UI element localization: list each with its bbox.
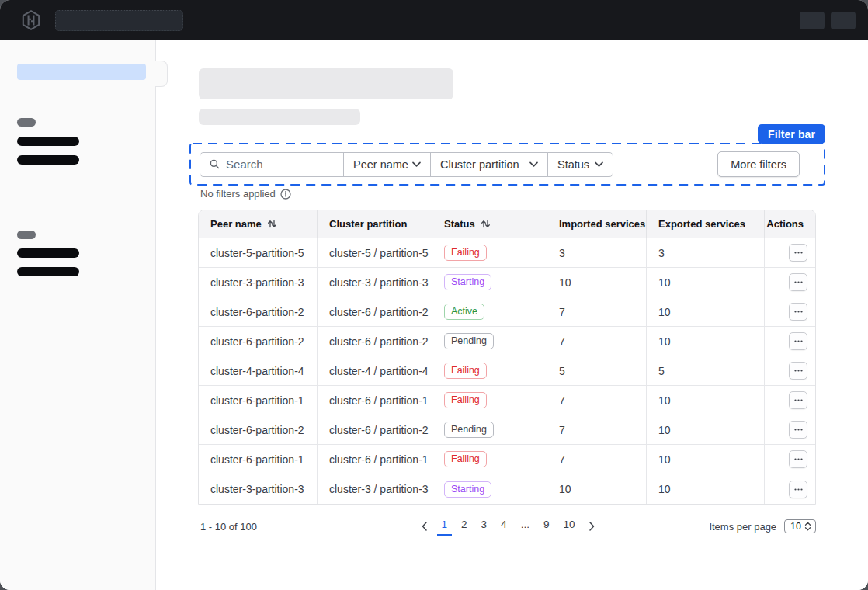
items-per-page: Items per page 10 [599, 519, 816, 533]
filters-applied-status: No filters applied [200, 188, 868, 200]
column-header-status[interactable]: Status [432, 210, 547, 238]
row-actions-button[interactable] [789, 481, 807, 498]
ellipsis-icon [794, 458, 803, 460]
row-actions-button[interactable] [789, 332, 807, 350]
cell-cluster-partition: cluster-5 / partition-5 [317, 238, 432, 267]
filter-bar: Peer name Cluster partition [189, 143, 825, 186]
table-row: cluster-6-partition-2 cluster-6 / partit… [199, 297, 815, 327]
search-box[interactable] [200, 152, 344, 177]
page-number[interactable]: 1 [437, 517, 453, 536]
cell-status: Starting [432, 268, 547, 297]
page-number[interactable]: 3 [477, 517, 492, 536]
row-actions-button[interactable] [789, 450, 807, 468]
ellipsis-icon [794, 370, 803, 372]
status-badge: Failing [444, 451, 487, 467]
cell-status: Pending [432, 415, 547, 444]
column-header-cluster-partition: Cluster partition [317, 210, 432, 238]
column-label: Actions [766, 218, 804, 230]
page-number[interactable]: 2 [457, 517, 472, 536]
cell-exported-services: 10 [646, 327, 764, 356]
cell-imported-services: 7 [547, 327, 646, 356]
app-window: Filter bar Peer nam [0, 0, 868, 590]
cell-actions [764, 415, 815, 444]
column-header-imported-services: Imported services [547, 210, 646, 238]
row-actions-button[interactable] [789, 421, 807, 439]
cell-peer-name: cluster-6-partition-2 [199, 297, 317, 326]
cluster-partition-dropdown[interactable]: Cluster partition [430, 152, 548, 177]
cell-status: Failing [432, 356, 547, 385]
status-badge: Failing [444, 245, 487, 261]
row-actions-button[interactable] [789, 244, 807, 262]
cell-cluster-partition: cluster-3 / partition-3 [317, 268, 432, 297]
cell-exported-services: 5 [646, 356, 764, 385]
page-number[interactable]: 10 [558, 517, 579, 536]
pagination-pages: 1234...910 [417, 517, 600, 536]
nav-action-skeleton [831, 12, 856, 30]
page-number[interactable]: 4 [496, 517, 512, 536]
status-badge: Failing [444, 392, 487, 408]
cell-cluster-partition: cluster-3 / partition-3 [317, 474, 432, 504]
row-actions-button[interactable] [789, 273, 807, 291]
chevron-down-icon [412, 161, 421, 167]
cell-peer-name: cluster-6-partition-2 [199, 327, 317, 356]
cell-status: Pending [432, 327, 547, 356]
previous-page-button[interactable] [417, 520, 432, 533]
cell-actions [764, 238, 815, 267]
table-row: cluster-3-partition-3 cluster-3 / partit… [199, 268, 815, 297]
cell-actions [764, 297, 815, 326]
cell-imported-services: 7 [547, 415, 646, 444]
filter-bar-annotation-label: Filter bar [758, 124, 825, 144]
hashicorp-logo-icon[interactable] [20, 9, 42, 31]
cell-actions [764, 445, 815, 474]
next-page-button[interactable] [584, 520, 599, 533]
chevron-down-icon [595, 161, 603, 167]
filter-bar-annotation-zone: Filter bar Peer nam [189, 143, 825, 186]
cell-exported-services: 3 [646, 238, 764, 267]
row-actions-button[interactable] [789, 391, 807, 409]
chevron-down-icon [529, 161, 538, 167]
items-per-page-select[interactable]: 10 [784, 519, 816, 533]
filters-applied-text: No filters applied [200, 188, 276, 200]
sort-icon [481, 219, 491, 229]
sidebar-active-item-skeleton [17, 64, 146, 80]
items-per-page-label: Items per page [709, 521, 776, 533]
more-filters-button[interactable]: More filters [717, 151, 800, 177]
status-dropdown[interactable]: Status [547, 152, 613, 177]
cell-status: Failing [432, 445, 547, 474]
column-label: Cluster partition [329, 218, 407, 230]
dropdown-label: Peer name [353, 158, 408, 171]
chevron-left-icon [422, 522, 428, 531]
status-badge: Pending [444, 333, 494, 349]
peer-name-dropdown[interactable]: Peer name [343, 152, 431, 177]
sidebar-collapse-handle[interactable] [155, 61, 168, 87]
column-header-peer-name[interactable]: Peer name [199, 210, 317, 238]
status-badge: Starting [444, 274, 491, 290]
ellipsis-icon [794, 399, 803, 401]
search-input[interactable] [226, 158, 334, 171]
nav-action-skeleton [800, 12, 825, 30]
page-number[interactable]: 9 [539, 517, 554, 536]
cell-cluster-partition: cluster-6 / partition-2 [317, 327, 432, 356]
main-content: Filter bar Peer nam [156, 40, 868, 590]
row-actions-button[interactable] [789, 303, 807, 321]
info-icon[interactable] [280, 189, 291, 200]
nav-search-skeleton [55, 10, 183, 31]
cell-imported-services: 10 [547, 268, 646, 297]
cell-peer-name: cluster-3-partition-3 [199, 268, 317, 297]
items-per-page-value: 10 [790, 521, 801, 532]
ellipsis-icon [794, 311, 803, 313]
app-shell: Filter bar Peer nam [0, 40, 868, 590]
table-row: cluster-6-partition-2 cluster-6 / partit… [199, 327, 815, 356]
cell-status: Failing [432, 386, 547, 415]
table-row: cluster-3-partition-3 cluster-3 / partit… [199, 474, 815, 504]
table-row: cluster-6-partition-2 cluster-6 / partit… [199, 415, 815, 445]
ellipsis-icon [794, 252, 803, 254]
chevron-right-icon [589, 522, 595, 531]
column-label: Imported services [559, 218, 645, 230]
row-actions-button[interactable] [789, 362, 807, 380]
cell-exported-services: 10 [646, 474, 764, 504]
page-title-skeleton [199, 68, 453, 99]
sidebar-item-skeleton [17, 137, 79, 146]
status-badge: Failing [444, 363, 487, 379]
column-label: Status [444, 218, 475, 230]
